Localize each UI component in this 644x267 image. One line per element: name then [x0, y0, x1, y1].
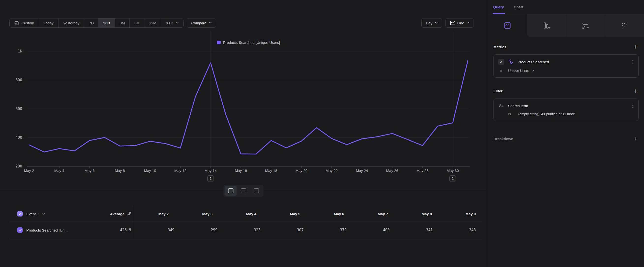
series-checkbox[interactable] [17, 227, 23, 233]
table-cell: 343 [439, 228, 482, 232]
annotation-line [210, 31, 211, 166]
date-range-3m[interactable]: 3M [115, 19, 130, 27]
granularity-button[interactable]: Day [422, 18, 442, 28]
date-range-12m[interactable]: 12M [144, 19, 161, 27]
chart-type-button[interactable]: Line [446, 18, 474, 28]
funnels-bars-icon [544, 22, 550, 29]
table-col-header[interactable]: May 6 [307, 212, 350, 216]
breakdown-title: Breakdown [494, 137, 514, 141]
x-axis-labels: May 2May 4May 6May 8May 10May 12May 14Ma… [27, 168, 470, 173]
x-tick-label: May 30 [439, 168, 466, 173]
compare-button[interactable]: Compare [187, 18, 216, 28]
layout-top-icon [240, 188, 246, 194]
chevron-down-icon [208, 22, 212, 24]
annotation-line [452, 31, 453, 166]
layout-split-icon [228, 188, 234, 194]
data-table: Event 1 Average May 2May 3May 4M [9, 206, 482, 239]
event-click-icon [508, 59, 514, 65]
annotation-badge[interactable]: 1 [450, 175, 456, 182]
table-cell: 341 [396, 228, 439, 232]
line-chart [27, 51, 470, 168]
table-col-header[interactable]: May 7 [350, 212, 394, 216]
legend-label: Products Searched [Unique Users] [223, 40, 280, 45]
tab-flows[interactable] [566, 14, 605, 37]
line-chart-plot[interactable] [27, 51, 470, 168]
x-tick-label: May 18 [258, 168, 284, 173]
aggregation-selector[interactable]: Unique Users [508, 69, 534, 73]
table-col-header[interactable]: May 4 [219, 212, 263, 216]
layout-toggle-group [223, 185, 264, 197]
filter-value[interactable]: (empty string), Air purifier, or 11 more [518, 112, 575, 116]
table-col-header[interactable]: May 8 [394, 212, 438, 216]
metric-menu-icon[interactable] [632, 59, 634, 65]
filter-menu-icon[interactable] [632, 103, 634, 108]
date-range-yesterday[interactable]: Yesterday [58, 19, 84, 27]
filter-condition-row: Is (empty string), Air purifier, or 11 m… [508, 112, 634, 116]
date-range-xtd[interactable]: XTD [161, 19, 183, 27]
layout-split-button[interactable] [224, 186, 237, 196]
panel-body: Metrics + A Products Searched [488, 44, 644, 141]
tab-insights[interactable] [488, 14, 527, 37]
metric-letter-badge: A [498, 59, 504, 65]
annotation-badge[interactable]: 1 [207, 175, 214, 182]
date-value-cells: 349299323307379400341343 [138, 228, 482, 232]
chart-controls: Day Line [422, 18, 474, 28]
tab-retention[interactable] [605, 14, 644, 37]
event-label: Event [26, 212, 36, 216]
series-line[interactable] [29, 61, 468, 154]
metric-event-name: Products Searched [518, 60, 628, 64]
tab-chart[interactable]: Chart [514, 0, 523, 14]
date-range-custom[interactable]: Custom [10, 19, 39, 27]
x-tick-label: May 14 [197, 168, 224, 173]
flows-icon [582, 22, 589, 29]
report-type-tabs [488, 14, 644, 37]
y-tick-label: 400 [0, 135, 22, 140]
select-all-checkbox[interactable] [17, 211, 23, 216]
y-tick-label: 200 [0, 164, 22, 168]
chart-legend[interactable]: Products Searched [Unique Users] [27, 40, 470, 45]
date-range-7d[interactable]: 7D [84, 19, 99, 27]
date-range-today[interactable]: Today [39, 19, 58, 27]
table-cell: 379 [310, 228, 353, 232]
event-count: 1 [38, 212, 40, 216]
table-col-header[interactable]: May 2 [131, 212, 175, 216]
x-tick-label: May 26 [378, 168, 406, 173]
table-cell: 323 [224, 228, 267, 232]
layout-chart-only-button[interactable] [238, 186, 250, 196]
chevron-down-icon [435, 22, 438, 24]
x-tick-label: May 2 [16, 168, 42, 173]
table-col-header[interactable]: May 5 [263, 212, 306, 216]
table-col-header[interactable]: May 9 [438, 212, 482, 216]
add-filter-button[interactable]: + [633, 88, 638, 93]
annotation-badges: 11 [27, 175, 470, 182]
chevron-down-icon [176, 22, 178, 24]
metric-card[interactable]: A Products Searched # Uniq [494, 55, 638, 78]
date-range-6m[interactable]: 6M [130, 19, 144, 27]
x-tick-label: May 10 [136, 168, 164, 173]
tab-query[interactable]: Query [493, 0, 504, 14]
table-cell: 349 [138, 228, 181, 232]
calendar-icon [14, 21, 19, 25]
filter-operator[interactable]: Is [508, 112, 514, 116]
date-range-30d[interactable]: 30D [99, 19, 115, 27]
series-name: Products Searched [Un... [26, 228, 68, 232]
chevron-down-icon[interactable] [42, 213, 45, 215]
x-tick-label: May 12 [167, 168, 194, 173]
tab-funnels[interactable] [527, 14, 566, 37]
column-divider [133, 205, 133, 238]
filter-card[interactable]: Aa Search term Is (empty string), Air pu… [494, 99, 638, 121]
add-metric-button[interactable]: + [633, 44, 638, 49]
metrics-title: Metrics [494, 45, 506, 49]
x-tick-label: May 6 [76, 168, 103, 173]
filter-title: Filter [494, 89, 502, 93]
chevron-down-icon [466, 22, 469, 24]
average-value-cell: 426.9 [93, 228, 138, 232]
add-breakdown-button[interactable]: + [633, 136, 638, 141]
series-name-cell: Products Searched [Un... [9, 227, 93, 233]
average-header-cell[interactable]: Average [93, 212, 131, 216]
layout-table-only-button[interactable] [250, 186, 262, 196]
table-col-header[interactable]: May 3 [175, 212, 219, 216]
x-tick-label: May 24 [348, 168, 376, 173]
panel-tabs: Query Chart [488, 0, 644, 14]
x-tick-label: May 20 [288, 168, 315, 173]
